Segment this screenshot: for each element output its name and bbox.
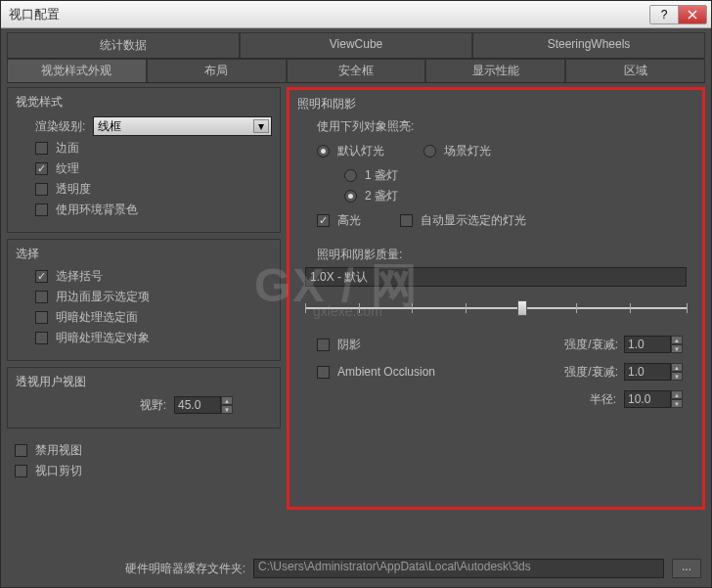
shade-obj-label: 明暗处理选定对象: [56, 330, 150, 346]
cache-folder-path[interactable]: C:\Users\Administrator\AppData\Local\Aut…: [253, 559, 664, 578]
int1-up[interactable]: ▲: [671, 336, 683, 344]
ao-checkbox[interactable]: [317, 366, 330, 379]
radius-input[interactable]: [624, 390, 671, 408]
highlight-checkbox[interactable]: [317, 214, 330, 227]
int2-up[interactable]: ▲: [671, 363, 683, 372]
int2-down[interactable]: ▼: [671, 372, 683, 381]
one-light-label: 1 盏灯: [365, 167, 398, 184]
primary-tabs: 统计数据 ViewCube SteeringWheels: [7, 32, 705, 59]
tab-steeringwheels[interactable]: SteeringWheels: [472, 32, 705, 58]
shade-face-label: 明暗处理选定面: [56, 309, 138, 326]
intensity1-label: 强度/衰减:: [544, 337, 618, 353]
edge-sel-checkbox[interactable]: [35, 291, 48, 303]
edge-face-label: 边面: [56, 140, 79, 157]
tab-region[interactable]: 区域: [565, 59, 705, 82]
intensity1-input[interactable]: [624, 336, 671, 353]
slider-thumb[interactable]: [517, 300, 527, 316]
quality-input[interactable]: [305, 267, 687, 287]
quality-slider[interactable]: [305, 296, 687, 320]
default-light-label: 默认灯光: [337, 143, 384, 159]
intensity2-input[interactable]: [624, 363, 671, 381]
close-button[interactable]: [678, 5, 707, 24]
selection-title: 选择: [16, 246, 272, 262]
auto-show-lights-checkbox[interactable]: [400, 214, 413, 227]
rad-up[interactable]: ▲: [671, 390, 683, 399]
secondary-tabs: 视觉样式外观 布局 安全框 显示性能 区域: [7, 59, 705, 83]
titlebar: 视口配置 ?: [1, 1, 711, 28]
sel-bracket-label: 选择括号: [56, 268, 103, 285]
radius-label: 半径:: [542, 391, 616, 408]
lighting-title: 照明和阴影: [297, 96, 694, 113]
use-obj-label: 使用下列对象照亮:: [317, 118, 414, 135]
tab-viewcube[interactable]: ViewCube: [240, 32, 472, 58]
footer: 硬件明暗器缓存文件夹: C:\Users\Administrator\AppDa…: [7, 553, 705, 584]
default-light-radio[interactable]: [317, 145, 330, 158]
close-icon: [688, 10, 697, 20]
lighting-shadow-group: 照明和阴影 使用下列对象照亮: 默认灯光 场景灯光 1 盏灯 2 盏灯 高光 自…: [287, 87, 705, 510]
env-bg-label: 使用环境背景色: [56, 202, 138, 218]
viewport-config-window: 视口配置 ? 统计数据 ViewCube SteeringWheels 视觉样式…: [0, 0, 712, 588]
transparency-checkbox[interactable]: [35, 183, 48, 196]
fov-down[interactable]: ▼: [221, 405, 233, 414]
radius-spinner[interactable]: ▲▼: [624, 390, 683, 408]
two-light-label: 2 盏灯: [365, 188, 398, 204]
shade-face-checkbox[interactable]: [35, 311, 48, 324]
quality-label: 照明和阴影质量:: [317, 247, 402, 263]
render-level-value: 线框: [98, 118, 121, 135]
fov-label: 视野:: [140, 397, 166, 414]
tab-safeframe[interactable]: 安全框: [287, 59, 426, 82]
scene-light-radio[interactable]: [423, 145, 436, 158]
tab-stats[interactable]: 统计数据: [7, 32, 240, 58]
intensity1-spinner[interactable]: ▲▼: [624, 336, 683, 353]
browse-button[interactable]: ...: [672, 559, 701, 578]
visual-style-title: 视觉样式: [16, 94, 272, 111]
tab-display-perf[interactable]: 显示性能: [425, 59, 565, 82]
intensity2-spinner[interactable]: ▲▼: [624, 363, 683, 381]
sel-bracket-checkbox[interactable]: [35, 270, 48, 283]
env-bg-checkbox[interactable]: [35, 204, 48, 216]
disable-view-checkbox[interactable]: [15, 444, 27, 457]
ao-label: Ambient Occlusion: [337, 365, 435, 379]
highlight-label: 高光: [337, 212, 361, 229]
help-icon: ?: [661, 8, 668, 22]
window-title: 视口配置: [9, 6, 650, 23]
chevron-down-icon: ▾: [253, 119, 269, 133]
shade-obj-checkbox[interactable]: [35, 332, 48, 344]
rad-down[interactable]: ▼: [671, 399, 683, 408]
tab-visual-style[interactable]: 视觉样式外观: [7, 59, 147, 82]
edge-sel-label: 用边面显示选定项: [56, 289, 150, 305]
int1-down[interactable]: ▼: [671, 344, 683, 353]
visual-style-group: 视觉样式 渲染级别: 线框 ▾ 边面 纹理 透明度 使用环境背景色: [7, 87, 281, 233]
transparency-label: 透明度: [56, 181, 91, 198]
fov-spinner[interactable]: ▲▼: [174, 396, 233, 414]
scene-light-label: 场景灯光: [444, 143, 491, 159]
fov-input[interactable]: [174, 396, 221, 414]
render-level-label: 渲染级别:: [35, 118, 85, 135]
one-light-radio[interactable]: [344, 169, 357, 182]
cache-folder-label: 硬件明暗器缓存文件夹:: [11, 561, 245, 577]
render-level-dropdown[interactable]: 线框 ▾: [93, 116, 272, 136]
shadow-checkbox[interactable]: [317, 339, 330, 351]
texture-checkbox[interactable]: [35, 162, 48, 175]
selection-group: 选择 选择括号 用边面显示选定项 明暗处理选定面 明暗处理选定对象: [7, 239, 281, 361]
intensity2-label: 强度/衰减:: [544, 364, 618, 381]
tab-layout[interactable]: 布局: [147, 59, 287, 82]
help-button[interactable]: ?: [649, 5, 679, 24]
viewport-clip-label: 视口剪切: [35, 463, 82, 479]
fov-up[interactable]: ▲: [221, 396, 233, 405]
viewport-clip-checkbox[interactable]: [15, 465, 27, 477]
perspective-group: 透视用户视图 视野: ▲▼: [7, 367, 281, 429]
disable-view-label: 禁用视图: [35, 442, 82, 459]
texture-label: 纹理: [56, 160, 79, 177]
shadow-label: 阴影: [337, 337, 361, 353]
perspective-title: 透视用户视图: [16, 374, 272, 390]
two-light-radio[interactable]: [344, 190, 357, 203]
edge-face-checkbox[interactable]: [35, 142, 48, 155]
auto-show-lights-label: 自动显示选定的灯光: [421, 212, 526, 229]
